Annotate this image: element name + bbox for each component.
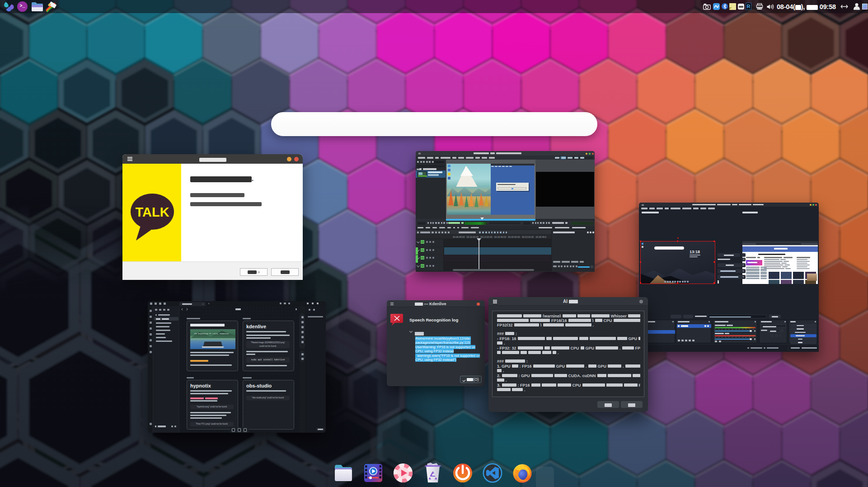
svg-text:TALK: TALK <box>135 205 169 219</box>
